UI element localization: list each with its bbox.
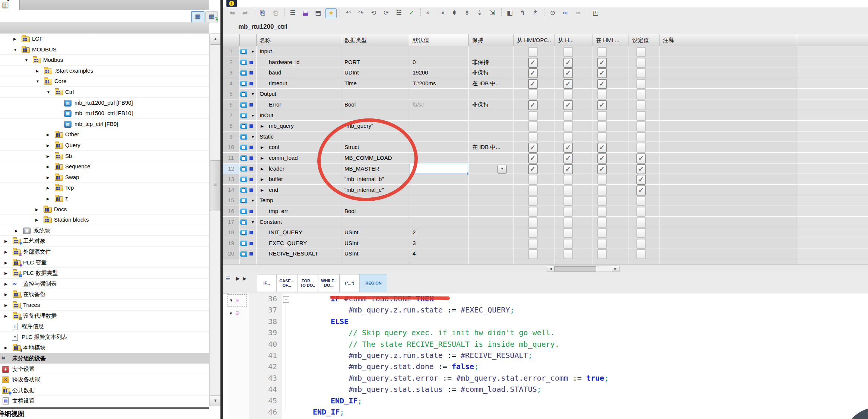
checkbox-unchecked[interactable] bbox=[636, 100, 646, 110]
checkbox-unchecked[interactable] bbox=[636, 68, 646, 78]
chevron-right-icon[interactable]: ▶ bbox=[47, 154, 50, 158]
checkbox-checked[interactable] bbox=[563, 164, 573, 174]
checkbox-unchecked[interactable] bbox=[597, 185, 607, 196]
tree-item[interactable]: i程序信息 bbox=[0, 321, 209, 332]
tree-item[interactable]: ▦mb_rtu1500_ctrl [FB10] bbox=[0, 108, 209, 119]
checkbox-checked[interactable] bbox=[563, 68, 573, 78]
default-value-cell[interactable]: 2 bbox=[413, 229, 416, 235]
checkbox-unchecked[interactable] bbox=[563, 175, 573, 185]
tree-item[interactable]: ▶▥设备代理数据 bbox=[0, 311, 209, 321]
tree-item[interactable]: ▶●在线备份 bbox=[0, 289, 209, 300]
table-row[interactable]: 6ErrorBoolfalse非保持 bbox=[223, 99, 868, 110]
snippet-while-button[interactable]: WHILE..DO... bbox=[318, 274, 340, 292]
variable-name-cell[interactable]: RECIVE_RESUALT bbox=[269, 250, 318, 257]
checkbox-checked[interactable] bbox=[597, 143, 607, 153]
variable-name-cell[interactable]: baud bbox=[269, 69, 281, 76]
network-marker-box[interactable]: ▼ ⌸ bbox=[228, 294, 247, 307]
checkbox-unchecked[interactable] bbox=[528, 47, 538, 57]
data-type-cell[interactable]: "mb_internal_b" bbox=[344, 176, 384, 182]
table-row[interactable]: 9▼Static bbox=[223, 131, 868, 142]
branch-icon[interactable]: ⇲ bbox=[487, 8, 497, 18]
scl-code-editor[interactable]: IF #comm_load.DONE THEN#mb_query.z.run.s… bbox=[295, 293, 868, 419]
table-row[interactable]: 16tmp_errBool bbox=[223, 206, 868, 217]
section-collapse-icon[interactable]: ▼ bbox=[251, 199, 255, 203]
checkbox-unchecked[interactable] bbox=[563, 132, 573, 142]
tree-item[interactable]: ◉公共数据 bbox=[0, 385, 209, 396]
default-value-cell[interactable]: 0 bbox=[413, 59, 416, 65]
bookmark-icon[interactable]: ◧ bbox=[505, 8, 515, 18]
retain-cell[interactable]: 非保持 bbox=[472, 101, 489, 108]
section-collapse-icon[interactable]: ▼ bbox=[251, 135, 255, 139]
tree-item[interactable]: ▶Docs bbox=[0, 204, 209, 215]
checkbox-unchecked[interactable] bbox=[597, 249, 607, 259]
checkbox-checked[interactable] bbox=[597, 153, 607, 164]
scroll-left-icon[interactable]: ◀ bbox=[547, 266, 554, 272]
tree-item[interactable]: ▶Query bbox=[0, 140, 209, 151]
checkbox-checked[interactable] bbox=[597, 58, 607, 68]
checkbox-unchecked[interactable] bbox=[597, 196, 607, 206]
checkbox-unchecked[interactable] bbox=[563, 228, 573, 238]
snippet-region-button[interactable]: REGION bbox=[360, 274, 387, 292]
tree-item[interactable]: ✚安全设置 bbox=[0, 364, 209, 375]
data-type-cell[interactable]: Time bbox=[344, 80, 357, 86]
absolute-operand-icon[interactable]: ⇣ bbox=[474, 8, 485, 18]
compile-icon[interactable]: ✓ bbox=[406, 8, 417, 18]
variable-name-cell[interactable]: INIT_QUERY bbox=[269, 229, 302, 235]
chevron-down-icon[interactable]: ▼ bbox=[47, 90, 50, 94]
checkbox-unchecked[interactable] bbox=[636, 196, 646, 206]
checkbox-unchecked[interactable] bbox=[563, 89, 573, 99]
table-row[interactable]: 2hardware_idPORT0非保持 bbox=[223, 57, 868, 68]
collapse-networks-icon[interactable]: ▶ bbox=[243, 276, 247, 281]
insert-network2-icon[interactable]: ⇌ bbox=[240, 8, 250, 18]
prev-bookmark-icon[interactable]: ↰ bbox=[517, 8, 528, 18]
variable-name-cell[interactable]: timeout bbox=[269, 80, 287, 86]
checkbox-unchecked[interactable] bbox=[636, 132, 646, 142]
tree-item[interactable]: ▦mb_tcp_ctrl [FB9] bbox=[0, 119, 209, 130]
checkbox-unchecked[interactable] bbox=[528, 207, 538, 217]
variable-name-cell[interactable]: mb_query bbox=[269, 123, 294, 129]
checkbox-unchecked[interactable] bbox=[636, 249, 646, 259]
chevron-right-icon[interactable]: ▶ bbox=[4, 292, 7, 296]
checkbox-checked[interactable] bbox=[636, 153, 646, 164]
monitor-off-icon[interactable]: ∞ bbox=[573, 8, 583, 18]
checkbox-unchecked[interactable] bbox=[528, 89, 538, 99]
details-view-bar[interactable]: 详细视图 bbox=[0, 409, 209, 419]
checkbox-checked[interactable] bbox=[597, 79, 607, 89]
data-type-cell[interactable]: Struct bbox=[344, 144, 359, 150]
tree-item[interactable]: ▼Ctrl bbox=[0, 87, 209, 98]
insert-network-icon[interactable]: ⇋ bbox=[227, 8, 238, 18]
checkbox-checked[interactable] bbox=[636, 185, 646, 196]
checkbox-unchecked[interactable] bbox=[528, 249, 538, 259]
section-collapse-icon[interactable]: ▼ bbox=[251, 114, 255, 118]
checkbox-unchecked[interactable] bbox=[597, 47, 607, 57]
checkbox-unchecked[interactable] bbox=[528, 185, 538, 196]
network-structure-icon[interactable]: ☱ bbox=[226, 276, 230, 281]
tree-item[interactable]: ▶LGF bbox=[0, 34, 209, 44]
tree-item[interactable]: ≡PLC 报警文本列表 bbox=[0, 332, 209, 343]
snippet-for-button[interactable]: FOR...TO DO.. bbox=[297, 274, 318, 292]
checkbox-unchecked[interactable] bbox=[597, 228, 607, 238]
checkbox-unchecked[interactable] bbox=[563, 207, 573, 217]
data-type-cell[interactable]: Bool bbox=[344, 208, 356, 214]
checkbox-checked[interactable] bbox=[528, 143, 538, 153]
retain-dropdown-button[interactable]: ▼ bbox=[497, 165, 507, 174]
snippet-case-button[interactable]: CASE...OF... bbox=[276, 274, 297, 292]
upload-icon[interactable]: ⟳ bbox=[381, 8, 391, 18]
checkbox-unchecked[interactable] bbox=[528, 111, 538, 121]
outline-icon[interactable]: ☰ bbox=[287, 8, 298, 18]
tree-item[interactable]: ▶Sb bbox=[0, 151, 209, 162]
checkbox-checked[interactable] bbox=[563, 79, 573, 89]
tree-item[interactable]: ▶✱工艺对象 bbox=[0, 236, 209, 247]
variable-name-cell[interactable]: end bbox=[269, 187, 278, 193]
checkbox-unchecked[interactable] bbox=[528, 228, 538, 238]
variable-name-cell[interactable]: leader bbox=[269, 165, 284, 172]
schedule-export-icon[interactable]: ▦↴ bbox=[205, 11, 218, 23]
tree-item[interactable]: ▶▤PLC 数据类型 bbox=[0, 268, 209, 279]
table-row[interactable]: 7▼InOut bbox=[223, 110, 868, 121]
scroll-down-icon[interactable]: ▼ bbox=[210, 395, 221, 406]
warning-icon[interactable]: ! bbox=[226, 0, 237, 7]
checkbox-unchecked[interactable] bbox=[597, 111, 607, 121]
expand-icon[interactable]: ▶ bbox=[261, 124, 264, 128]
checkbox-unchecked[interactable] bbox=[636, 111, 646, 121]
checkbox-unchecked[interactable] bbox=[636, 121, 646, 131]
